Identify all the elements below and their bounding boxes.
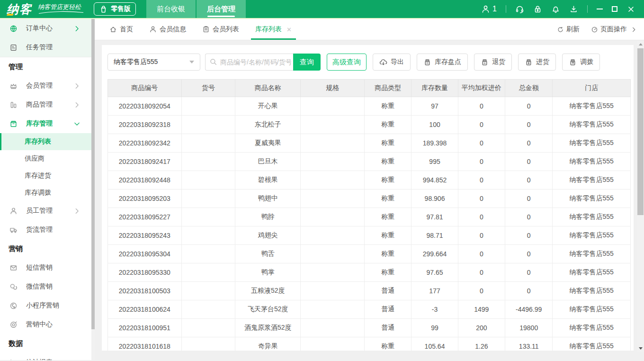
store-select[interactable]: 纳客零售店555	[107, 54, 200, 71]
edition-badge[interactable]: 零售版	[94, 2, 136, 16]
advanced-query-button[interactable]: 高级查询	[327, 54, 367, 71]
table-row[interactable]: 20220318095203鸭翅中称重98.90600纳客零售店555	[108, 190, 631, 208]
table-cell: 0	[505, 153, 553, 171]
download-icon[interactable]	[569, 5, 578, 14]
sidebar-item-sms-marketing[interactable]: 短信营销	[0, 258, 91, 277]
table-row[interactable]: 20220318100951酒鬼原浆酒52度普通9920019800纳客零售店5…	[108, 319, 631, 337]
table-row[interactable]: 20220318095243鸡翅尖称重98.7100纳客零售店555	[108, 226, 631, 245]
table-row[interactable]: 20220318095304鸭舌称重299.66400纳客零售店555	[108, 245, 631, 263]
sidebar: 订单中心任务管理管理会员管理商品管理库存管理库存列表供应商库存进货库存调拨员工管…	[0, 19, 95, 360]
header-divider	[506, 5, 506, 13]
table-cell: 20220318100951	[108, 319, 182, 337]
front-cashier-tab[interactable]: 前台收银	[146, 0, 196, 18]
table-cell	[301, 300, 365, 319]
table-cell	[181, 226, 235, 245]
sidebar-item-staff-management[interactable]: 员工管理	[0, 201, 91, 220]
table-cell: 133.11	[505, 337, 553, 351]
tab-member-list[interactable]: 会员列表	[194, 19, 247, 40]
table-row[interactable]: 20220318095330鸭掌称重97.6500纳客零售店555	[108, 263, 631, 282]
table-row[interactable]: 20220318092417巴旦木称重99500纳客零售店555	[108, 153, 631, 171]
table-cell: 0	[458, 116, 505, 134]
sidebar-item-member-management[interactable]: 会员管理	[0, 76, 91, 95]
sidebar-item-label: 商品管理	[26, 100, 53, 109]
purchase-button[interactable]: 进货	[518, 54, 556, 71]
table-row[interactable]: 20220318092342夏威夷果称重189.39800纳客零售店555	[108, 134, 631, 153]
maximize-icon[interactable]	[612, 6, 617, 12]
table-cell: 鸭掌	[235, 263, 301, 282]
scroll-up-arrow[interactable]	[639, 43, 643, 45]
return-button[interactable]: 退货	[474, 54, 512, 71]
sidebar-item-inventory-purchase[interactable]: 库存进货	[0, 167, 91, 184]
tab-member-info[interactable]: 会员信息	[141, 19, 194, 40]
table-row[interactable]: 20220318101618奇异果称重105.641.26133.11纳客零售店…	[108, 337, 631, 351]
table-row[interactable]: 20220318100624飞天茅台52度普通-31499-4496.99纳客零…	[108, 300, 631, 319]
sidebar-item-logistics-management[interactable]: 货流管理	[0, 220, 91, 239]
lock-icon[interactable]	[533, 5, 542, 14]
table-cell: 纳客零售店555	[553, 190, 631, 208]
table-row[interactable]: 20220318095227鸭脖称重97.8100纳客零售店555	[108, 208, 631, 226]
logo-text: 纳客	[7, 3, 32, 15]
sidebar-item-supplier[interactable]: 供应商	[0, 150, 91, 167]
sidebar-item-marketing-center[interactable]: 营销中心	[0, 315, 91, 334]
export-button[interactable]: 导出	[373, 54, 411, 71]
export-icon	[379, 58, 387, 66]
jar-plus-icon	[525, 58, 533, 66]
main-area: 首页会员信息会员列表库存列表✕ 刷新页面操作 纳客零售店555 查询 高级查询 …	[95, 19, 644, 360]
tab-close-icon[interactable]: ✕	[286, 26, 292, 33]
content-scrollbar-thumb[interactable]	[637, 48, 644, 215]
scroll-down-arrow[interactable]	[639, 347, 643, 350]
button-label: 调拨	[580, 58, 593, 66]
report-icon	[9, 359, 22, 361]
sidebar-item-statistics-report[interactable]: 统计报表	[0, 353, 91, 360]
query-button[interactable]: 查询	[293, 54, 321, 71]
table-cell: 普通	[365, 319, 411, 337]
app-logo: 纳客	[7, 3, 32, 15]
chevron-right-icon	[73, 101, 85, 109]
table-cell: 20220318092318	[108, 116, 182, 134]
table-cell: 995	[411, 153, 458, 171]
sidebar-item-task-management[interactable]: 任务管理	[0, 38, 91, 57]
table-row[interactable]: 20220318092448碧根果称重994.85200纳客零售店555	[108, 171, 631, 190]
sidebar-scrollbar-thumb[interactable]	[91, 19, 95, 329]
content-scrollbar[interactable]	[637, 40, 644, 352]
search-input[interactable]	[205, 54, 293, 71]
table-cell: 1.26	[458, 337, 505, 351]
minimize-icon[interactable]	[597, 9, 603, 9]
refresh-button[interactable]: 刷新	[557, 25, 580, 34]
page-operations-button[interactable]: 页面操作	[591, 25, 637, 34]
mode-tabs: 前台收银后台管理	[146, 0, 246, 18]
tab-inventory-list[interactable]: 库存列表✕	[247, 19, 300, 40]
sidebar-item-wechat-marketing[interactable]: 微信营销	[0, 277, 91, 296]
chevron-right-icon	[73, 82, 85, 90]
headset-icon[interactable]	[515, 5, 524, 14]
transfer-button[interactable]: 调拨	[562, 54, 600, 71]
table-cell	[301, 208, 365, 226]
table-row[interactable]: 20220318092054开心果称重9700纳客零售店555	[108, 97, 631, 116]
table-row[interactable]: 20220318100503五粮液52度普通17700纳客零售店555	[108, 282, 631, 300]
backend-manage-tab[interactable]: 后台管理	[197, 0, 246, 18]
table-cell: 0	[458, 245, 505, 263]
sidebar-item-label: 会员管理	[26, 81, 53, 90]
tab-home[interactable]: 首页	[101, 19, 141, 40]
table-row[interactable]: 20220318092318东北松子称重10000纳客零售店555	[108, 116, 631, 134]
sidebar-item-miniprogram-marketing[interactable]: 小程序营销	[0, 296, 91, 315]
home-icon	[109, 26, 117, 33]
table-cell: 20220318095243	[108, 226, 182, 245]
stocktake-button[interactable]: 库存盘点	[417, 54, 468, 71]
slogan-underline	[38, 11, 84, 14]
table-cell: -3	[411, 300, 458, 319]
sidebar-item-product-management[interactable]: 商品管理	[0, 95, 91, 114]
bell-icon[interactable]	[551, 5, 560, 14]
sidebar-item-inventory-management[interactable]: 库存管理	[0, 114, 91, 133]
table-cell: 夏威夷果	[235, 134, 301, 153]
sidebar-scrollbar[interactable]	[91, 19, 95, 360]
table-cell	[301, 97, 365, 116]
sidebar-item-inventory-list[interactable]: 库存列表	[0, 133, 91, 150]
table-cell	[301, 226, 365, 245]
user-icon[interactable]: 1	[481, 5, 497, 14]
sidebar-item-inventory-transfer[interactable]: 库存调拨	[0, 184, 91, 201]
close-icon[interactable]	[626, 5, 635, 14]
table-cell: 0	[505, 263, 553, 282]
sidebar-item-order-center[interactable]: 订单中心	[0, 19, 91, 38]
table-cell: 纳客零售店555	[553, 282, 631, 300]
